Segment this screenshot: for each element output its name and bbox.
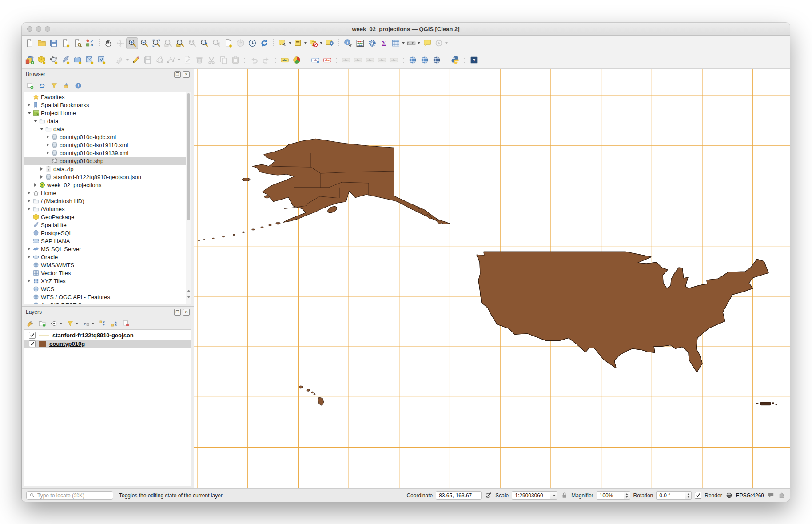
browser-item-macintosh-hd[interactable]: / (Macintosh HD) — [24, 197, 186, 205]
new-spatialite-layer-button[interactable] — [60, 54, 72, 66]
chevron-collapsed-icon[interactable] — [39, 167, 44, 171]
toggle-editing-button[interactable] — [130, 54, 142, 66]
layers-close-icon[interactable]: ✕ — [183, 309, 190, 316]
chevron-collapsed-icon[interactable] — [26, 191, 32, 195]
browser-scrollbar[interactable] — [186, 92, 191, 304]
layer-visibility-checkbox[interactable] — [29, 332, 36, 339]
zoom-out-button[interactable] — [138, 37, 150, 49]
filter-by-expression-button[interactable]: ε — [82, 320, 94, 328]
pan-map-button[interactable] — [102, 37, 114, 49]
browser-item-xyz-tiles[interactable]: XYZ Tiles — [24, 277, 186, 285]
layer-labeling-options-button[interactable]: abc — [279, 54, 291, 66]
minimize-button[interactable] — [36, 26, 41, 32]
rotation-spinbox[interactable]: 0.0 ° — [656, 491, 692, 500]
dropdown-arrow-icon[interactable] — [289, 42, 291, 44]
browser-item-week-02-projections[interactable]: week_02_projections — [24, 181, 186, 189]
zoom-to-layer-button[interactable] — [174, 37, 186, 49]
collapse-all-layers-button[interactable] — [110, 320, 118, 328]
web-services-button[interactable] — [430, 54, 442, 66]
help-button[interactable]: ? — [468, 54, 480, 66]
new-mesh-layer-button[interactable] — [84, 54, 96, 66]
lock-scale-icon[interactable] — [561, 492, 568, 499]
dropdown-arrow-icon[interactable] — [402, 42, 405, 44]
chevron-collapsed-icon[interactable] — [45, 135, 51, 139]
browser-item-ms-sql-server[interactable]: MS SQL Server — [24, 245, 186, 253]
open-attribute-table-button[interactable] — [390, 37, 406, 49]
chevron-collapsed-icon[interactable] — [32, 183, 38, 187]
chevron-collapsed-icon[interactable] — [45, 151, 51, 155]
chevron-collapsed-icon[interactable] — [26, 247, 32, 251]
chevron-collapsed-icon[interactable] — [26, 103, 32, 107]
browser-item-oracle[interactable]: Oracle — [24, 253, 186, 261]
toggle-unplaced-labels-button[interactable]: abc — [321, 54, 333, 66]
zoom-button[interactable] — [45, 26, 50, 32]
locator-search-input[interactable]: Type to locate (⌘K) — [26, 491, 113, 500]
expand-all-layers-button[interactable] — [98, 320, 106, 328]
messages-icon[interactable] — [767, 492, 775, 499]
save-project-button[interactable] — [48, 37, 60, 49]
browser-item-wfs-ogc-api-features[interactable]: WFS / OGC API - Features — [24, 293, 186, 301]
browser-close-icon[interactable]: ✕ — [183, 71, 190, 78]
identify-features-button[interactable]: i — [342, 37, 354, 49]
browser-item-data-zip[interactable]: data.zip — [24, 165, 186, 173]
statistics-button[interactable] — [354, 37, 366, 49]
chevron-expanded-icon[interactable] — [39, 128, 44, 130]
chevron-collapsed-icon[interactable] — [26, 199, 32, 203]
zoom-last-button[interactable] — [198, 37, 210, 49]
browser-float-icon[interactable]: ❐ — [174, 71, 181, 78]
scale-combobox[interactable]: 1:29003060 — [512, 491, 557, 500]
dropdown-arrow-icon[interactable] — [126, 59, 129, 61]
crs-indicator[interactable]: EPSG:4269 — [736, 492, 764, 499]
browser-item-countyp010g-iso19110-xml[interactable]: countyp010g-iso19110.xml — [24, 141, 186, 149]
new-project-button[interactable] — [24, 37, 36, 49]
new-print-layout-button[interactable] — [60, 37, 72, 49]
dropdown-arrow-icon[interactable] — [418, 42, 420, 44]
layer-diagram-options-button[interactable] — [291, 54, 303, 66]
measure-line-button[interactable] — [406, 37, 421, 49]
browser-item-data[interactable]: data — [24, 117, 186, 125]
layer-row-stanford-fr122tq8910-geojson[interactable]: stanford-fr122tq8910-geojson — [24, 331, 191, 340]
close-button[interactable] — [27, 26, 32, 32]
scale-value[interactable]: 1:29003060 — [512, 491, 550, 500]
browser-item-countyp010g-shp[interactable]: countyp010g.shp — [24, 157, 186, 165]
refresh-map-button[interactable] — [258, 37, 270, 49]
browser-item-spatialite[interactable]: SpatiaLite — [24, 221, 186, 229]
title-bar[interactable]: week_02_projections — QGIS [Clean 2] — [22, 23, 790, 36]
plugin-icon[interactable] — [778, 492, 785, 499]
layer-visibility-checkbox[interactable] — [29, 340, 36, 347]
chevron-expanded-icon[interactable] — [32, 120, 38, 122]
browser-item-data[interactable]: data — [24, 125, 186, 133]
manage-map-themes-button[interactable] — [50, 320, 62, 328]
new-virtual-layer-button[interactable] — [96, 54, 107, 66]
rotation-value[interactable]: 0.0 ° — [656, 491, 685, 500]
properties-info-button[interactable]: i — [74, 82, 82, 90]
chevron-expanded-icon[interactable] — [26, 112, 32, 114]
open-project-button[interactable] — [36, 37, 48, 49]
select-by-location-button[interactable] — [323, 37, 335, 49]
style-manager-button[interactable]: a — [84, 37, 96, 49]
browser-item-favorites[interactable]: Favorites — [24, 93, 186, 101]
zoom-full-extent-button[interactable] — [150, 37, 162, 49]
map-canvas[interactable] — [194, 69, 790, 488]
browser-item-volumes[interactable]: /Volumes — [24, 205, 186, 213]
magnifier-spinbox[interactable]: 100% — [597, 491, 630, 500]
dropdown-arrow-icon[interactable] — [445, 42, 448, 44]
open-layer-styling-button[interactable] — [26, 320, 34, 328]
chevron-collapsed-icon[interactable] — [26, 279, 32, 283]
render-checkbox[interactable] — [695, 492, 701, 499]
crs-globe-icon[interactable] — [725, 492, 733, 499]
add-selected-layers-button[interactable] — [26, 82, 34, 90]
browser-item-sap-hana[interactable]: SAP HANA — [24, 237, 186, 245]
browser-item-spatial-bookmarks[interactable]: Spatial Bookmarks — [24, 101, 186, 109]
rotation-stepper[interactable] — [685, 491, 692, 500]
select-features-button[interactable] — [277, 37, 292, 49]
scale-dropdown-icon[interactable] — [550, 491, 557, 500]
extents-icon[interactable] — [485, 492, 492, 499]
coordinate-field[interactable]: 83.65,-163.67 — [436, 491, 482, 500]
browser-item-stanford-fr122tq8910-geojson-json[interactable]: stanford-fr122tq8910-geojson.json — [24, 173, 186, 181]
chevron-collapsed-icon[interactable] — [26, 207, 32, 211]
geocoder-button[interactable] — [418, 54, 430, 66]
browser-item-geopackage[interactable]: GeoPackage — [24, 213, 186, 221]
browser-item-vector-tiles[interactable]: Vector Tiles — [24, 269, 186, 277]
browser-item-home[interactable]: Home — [24, 189, 186, 197]
